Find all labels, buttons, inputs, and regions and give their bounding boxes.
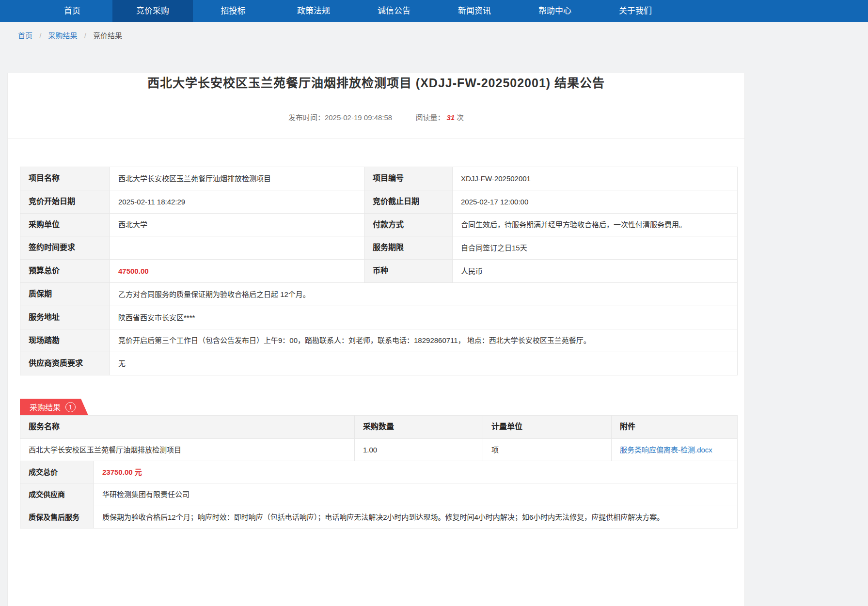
project-name-label: 项目名称 — [20, 167, 110, 190]
table-row: 现场踏勘 竞价开启后第三个工作日（包含公告发布日）上午9：00，踏勘联系人：刘老… — [20, 329, 738, 352]
top-nav: 首页 竞价采购 招投标 政策法规 诚信公告 新闻资讯 帮助中心 关于我们 — [0, 0, 868, 22]
budget-total-value: 47500.00 — [110, 260, 364, 283]
service-name-header: 服务名称 — [20, 416, 355, 439]
table-row: 签约时间要求 服务期限 自合同签订之日15天 — [20, 236, 738, 260]
table-row: 竞价开始日期 2025-02-11 18:42:29 竞价截止日期 2025-0… — [20, 190, 738, 213]
table-row: 供应商资质要求 无 — [20, 352, 738, 375]
sign-time-value — [110, 236, 364, 260]
page-title: 西北大学长安校区玉兰苑餐厅油烟排放检测项目 (XDJJ-FW-202502001… — [8, 73, 744, 91]
breadcrumb: 首页 / 采购结果 / 竞价结果 — [0, 22, 868, 47]
purchase-result-badge-label: 采购结果 — [30, 401, 61, 413]
table-row: 采购单位 西北大学 付款方式 合同生效后，待服务期满并经甲方验收合格后，一次性付… — [20, 213, 738, 236]
header-divider — [8, 139, 744, 139]
content-card: 西北大学长安校区玉兰苑餐厅油烟排放检测项目 (XDJJ-FW-202502001… — [7, 73, 745, 606]
warranty-period-value: 乙方对合同服务的质量保证期为验收合格后之日起 12个月。 — [110, 282, 738, 306]
table-row: 服务地址 陕西省西安市长安区**** — [20, 306, 738, 329]
nav-item-help-center[interactable]: 帮助中心 — [515, 0, 595, 22]
table-row: 质保及售后服务 质保期为验收合格后12个月；响应时效：即时响应（包括电话响应）；… — [20, 506, 738, 528]
project-number-label: 项目编号 — [364, 167, 453, 190]
bid-end-label: 竞价截止日期 — [364, 190, 453, 213]
breadcrumb-separator: / — [39, 31, 41, 40]
supplier-qualification-value: 无 — [110, 352, 738, 375]
breadcrumb-current: 竞价结果 — [93, 31, 122, 40]
site-survey-label: 现场踏勘 — [20, 329, 110, 352]
purchaser-value: 西北大学 — [110, 213, 364, 236]
warranty-service-value: 质保期为验收合格后12个月；响应时效：即时响应（包括电话响应）；电话响应无法解决… — [94, 506, 738, 528]
views-unit: 次 — [457, 113, 464, 122]
payment-method-value: 合同生效后，待服务期满并经甲方验收合格后，一次性付清服务费用。 — [453, 213, 738, 236]
sign-time-label: 签约时间要求 — [20, 236, 110, 260]
article-meta: 发布时间：2025-02-19 09:48:58 阅读量：31次 — [8, 112, 744, 122]
service-name-value: 西北大学长安校区玉兰苑餐厅油烟排放检测项目 — [20, 438, 355, 461]
winning-supplier-label: 成交供应商 — [20, 483, 94, 506]
project-name-value: 西北大学长安校区玉兰苑餐厅油烟排放检测项目 — [110, 167, 364, 190]
unit-header: 计量单位 — [483, 416, 612, 439]
warranty-period-label: 质保期 — [20, 282, 110, 306]
table-row: 质保期 乙方对合同服务的质量保证期为验收合格后之日起 12个月。 — [20, 282, 738, 306]
nav-item-bidding-purchase[interactable]: 竞价采购 — [112, 0, 193, 22]
result-count-badge: 1 — [65, 402, 76, 412]
nav-item-news[interactable]: 新闻资讯 — [434, 0, 515, 22]
attachment-link[interactable]: 服务类响应偏离表-检测.docx — [620, 446, 712, 454]
warranty-service-label: 质保及售后服务 — [20, 506, 94, 528]
quantity-value: 1.00 — [355, 438, 483, 461]
currency-label: 币种 — [364, 260, 453, 283]
bid-end-value: 2025-02-17 12:00:00 — [453, 190, 738, 213]
budget-total-label: 预算总价 — [20, 260, 110, 283]
nav-item-home[interactable]: 首页 — [32, 0, 112, 22]
breadcrumb-home-link[interactable]: 首页 — [18, 31, 32, 40]
result-summary-table: 成交总价 23750.00 元 成交供应商 华研检测集团有限责任公司 质保及售后… — [20, 461, 738, 528]
table-row: 成交总价 23750.00 元 — [20, 461, 738, 483]
table-row: 预算总价 47500.00 币种 人民币 — [20, 260, 738, 283]
service-period-value: 自合同签订之日15天 — [453, 236, 738, 260]
service-address-value: 陕西省西安市长安区**** — [110, 306, 738, 329]
nav-item-tender[interactable]: 招投标 — [193, 0, 273, 22]
nav-item-policy[interactable]: 政策法规 — [273, 0, 354, 22]
winning-supplier-value: 华研检测集团有限责任公司 — [94, 483, 738, 506]
attachment-header: 附件 — [612, 416, 738, 439]
service-period-label: 服务期限 — [364, 236, 453, 260]
table-row: 西北大学长安校区玉兰苑餐厅油烟排放检测项目 1.00 项 服务类响应偏离表-检测… — [20, 438, 738, 461]
breadcrumb-purchase-results-link[interactable]: 采购结果 — [48, 31, 78, 40]
breadcrumb-separator: / — [84, 31, 86, 40]
deal-total-value: 23750.00 元 — [94, 461, 738, 483]
site-survey-value: 竞价开启后第三个工作日（包含公告发布日）上午9：00，踏勘联系人：刘老师，联系电… — [110, 329, 738, 352]
purchase-result-table: 服务名称 采购数量 计量单位 附件 西北大学长安校区玉兰苑餐厅油烟排放检测项目 … — [20, 415, 738, 461]
table-row: 成交供应商 华研检测集团有限责任公司 — [20, 483, 738, 506]
views-count: 31 — [446, 113, 455, 122]
publish-time-label: 发布时间： — [288, 113, 325, 122]
project-info-table: 项目名称 西北大学长安校区玉兰苑餐厅油烟排放检测项目 项目编号 XDJJ-FW-… — [20, 167, 738, 375]
supplier-qualification-label: 供应商资质要求 — [20, 352, 110, 375]
currency-value: 人民币 — [453, 260, 738, 283]
deal-total-label: 成交总价 — [20, 461, 94, 483]
service-address-label: 服务地址 — [20, 306, 110, 329]
nav-item-integrity-notice[interactable]: 诚信公告 — [354, 0, 434, 22]
table-row: 项目名称 西北大学长安校区玉兰苑餐厅油烟排放检测项目 项目编号 XDJJ-FW-… — [20, 167, 738, 190]
views-label: 阅读量： — [415, 113, 444, 122]
quantity-header: 采购数量 — [355, 416, 483, 439]
nav-item-about-us[interactable]: 关于我们 — [595, 0, 676, 22]
project-number-value: XDJJ-FW-202502001 — [453, 167, 738, 190]
unit-value: 项 — [483, 438, 612, 461]
table-header-row: 服务名称 采购数量 计量单位 附件 — [20, 416, 738, 439]
publish-time-value: 2025-02-19 09:48:58 — [325, 113, 392, 122]
purchaser-label: 采购单位 — [20, 213, 110, 236]
purchase-result-badge: 采购结果 1 — [20, 399, 88, 415]
payment-method-label: 付款方式 — [364, 213, 453, 236]
bid-start-label: 竞价开始日期 — [20, 190, 110, 213]
bid-start-value: 2025-02-11 18:42:29 — [110, 190, 364, 213]
